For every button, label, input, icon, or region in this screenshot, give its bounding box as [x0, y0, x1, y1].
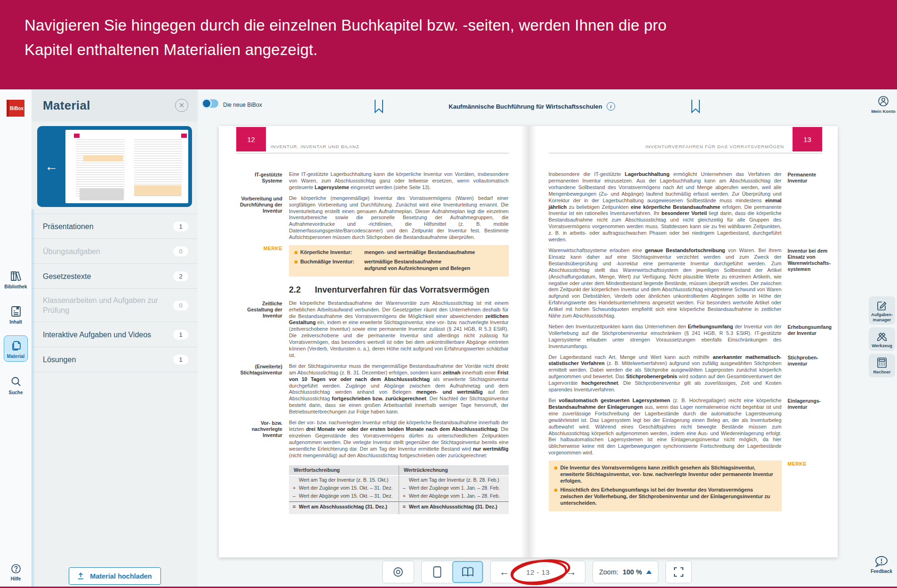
new-bibox-toggle[interactable]	[202, 99, 218, 108]
count-badge: 0	[173, 301, 188, 310]
arrow-left-icon[interactable]: ←	[45, 160, 58, 173]
speech-bubble-icon	[874, 555, 889, 568]
value-table-total: =Wert am Abschlussstichtag (31. Dez.)	[399, 501, 509, 511]
zoom-value: 100 %	[623, 568, 642, 576]
pencil-square-icon	[876, 299, 888, 311]
close-icon[interactable]: ✕	[175, 99, 188, 112]
bookmark-icon[interactable]	[691, 100, 700, 114]
bibox-logo: BiBox	[7, 100, 24, 117]
value-table-cell: +Wert der Zugänge vom 15. Okt. – 31. Dez…	[289, 484, 399, 492]
merke-row: MERKEKörperliche Inventur:mengen- und we…	[236, 245, 509, 277]
aufgabenmanager-button[interactable]: Aufgaben-manager	[869, 296, 895, 325]
paragraph-text: Die körperliche Bestandsaufnahme der War…	[289, 300, 509, 359]
paragraph-text: Die körperliche (mengenmäßige) Inventur …	[289, 195, 509, 241]
bookmark-icon[interactable]	[374, 100, 384, 114]
instruction-banner: Navigieren Sie hingegen durch die einzel…	[0, 0, 897, 89]
page-thumbnail-card[interactable]: ←	[37, 126, 192, 207]
merke-entry: Körperliche Inventur:mengen- und wertmäß…	[295, 249, 503, 256]
material-category-row[interactable]: Lösungen1	[32, 347, 198, 372]
sidebar-item-suche[interactable]: Suche	[0, 375, 32, 395]
double-page-icon	[461, 566, 474, 578]
paragraph-text: Der Lagerbestand nach Art, Menge und Wer…	[549, 354, 782, 393]
books-icon	[9, 270, 23, 283]
value-table-column: WertrückrechnungWert am Tag der Inventur…	[399, 465, 509, 514]
margin-label: Vor- bzw. nachverlegte Inventur	[236, 420, 282, 459]
book-spread: 12 INVENTUR, INVENTAR UND BILANZ IT-gest…	[219, 126, 838, 557]
value-table-cell: +Wert der Abgänge vom 1. Jan. – 28. Feb.	[399, 492, 509, 500]
rechner-button[interactable]: Rechner	[869, 354, 895, 377]
bullet-icon	[295, 261, 297, 263]
category-label: Gesetzestexte	[43, 271, 91, 281]
paragraph-row: Vorbereitung und Durchführung der Invent…	[236, 195, 509, 241]
previous-page-button[interactable]: ←	[491, 561, 518, 583]
paragraph-text: Bei der Stichtagsinventur muss die menge…	[289, 363, 509, 415]
margin-note: Erhebungsumfang der Inventur	[788, 324, 832, 350]
category-list: Präsentationen1Übungsaufgaben0Gesetzeste…	[32, 214, 198, 372]
single-page-button[interactable]	[422, 561, 452, 583]
margin-label: Zeitliche Gestaltung der Inventur	[236, 300, 282, 359]
category-label: Übungsaufgaben	[43, 246, 100, 256]
material-category-row[interactable]: Interaktive Aufgaben und Videos1	[32, 322, 198, 347]
sidebar-item-bibliothek[interactable]: Bibliothek	[0, 270, 32, 289]
value-table-header: Wertfortschreibung	[289, 465, 399, 477]
material-category-row[interactable]: Klassenarbeiten und Aufgaben zur Prüfung…	[32, 289, 198, 322]
category-label: Lösungen	[43, 355, 76, 365]
material-category-row[interactable]: Übungsaufgaben0	[32, 239, 198, 264]
sidebar-item-material[interactable]: Material	[4, 335, 28, 362]
paragraph-row: IT-gestützte SystemeEine IT-gestützte La…	[236, 171, 509, 191]
info-circle-icon[interactable]: i	[607, 102, 615, 111]
zoom-control[interactable]: Zoom: 100 %	[593, 561, 658, 583]
zoom-label: Zoom:	[599, 568, 618, 576]
material-category-row[interactable]: Präsentationen1	[32, 214, 198, 239]
page-left: 12 INVENTUR, INVENTAR UND BILANZ IT-gest…	[219, 126, 529, 557]
paragraph-text: Neben den Inventurzeitpunkten kann das U…	[549, 324, 782, 350]
page-right-header: INVENTURVERFAHREN FÜR DAS VORRATSVERMÖGE…	[549, 127, 823, 153]
pages-icon	[9, 339, 23, 352]
next-page-button[interactable]: →	[558, 561, 585, 583]
caret-up-icon	[646, 570, 652, 574]
margin-note: Permanente Inventur	[788, 171, 829, 243]
merke-row: Die Inventur des Vorratsvermögens kann z…	[549, 461, 829, 511]
paragraph-row: (Erweiterte) StichtagsinventurBei der St…	[236, 363, 509, 415]
tools-rail: Aufgaben-manager Werkzeug Rechner	[869, 296, 895, 377]
category-label: Klassenarbeiten und Aufgaben zur Prüfung	[43, 295, 160, 315]
upload-icon	[77, 572, 84, 580]
single-page-icon	[432, 566, 442, 578]
thumbnail-left-page	[67, 133, 128, 200]
value-table-total: =Wert am Abschlussstichtag (31. Dez.)	[289, 501, 399, 511]
arrow-left-icon: ←	[499, 567, 510, 577]
left-page-body: IT-gestützte SystemeEine IT-gestützte La…	[236, 171, 509, 514]
page-navigation: ← 12 - 13 →	[490, 561, 585, 583]
double-page-button[interactable]	[452, 561, 483, 583]
fullscreen-icon	[673, 566, 684, 578]
contents-icon	[9, 305, 23, 318]
margin-note: Stichproben­inventur	[788, 354, 829, 393]
fullscreen-button[interactable]	[665, 561, 692, 583]
material-category-row[interactable]: Gesetzestexte2	[32, 264, 198, 289]
value-table-cell: –Wert der Zugänge vom 1. Jan. – 28. Feb.	[399, 484, 509, 492]
value-table-cell: Wert am Tag der Inventur (z. B. 15. Okt.…	[289, 476, 399, 484]
material-panel-header: Material ✕	[32, 89, 198, 121]
value-table-column: WertfortschreibungWert am Tag der Invent…	[289, 465, 399, 514]
view-options-button[interactable]	[382, 561, 414, 583]
account-button[interactable]: Mein Konto	[870, 95, 897, 114]
help-button[interactable]: Hilfe	[0, 562, 32, 581]
toggle-label: Die neue BiBox	[223, 102, 262, 108]
tools-icon	[876, 330, 888, 342]
feedback-button[interactable]: Feedback	[866, 555, 897, 574]
count-badge: 2	[173, 271, 188, 281]
sidebar-item-inhalt[interactable]: Inhalt	[0, 305, 32, 325]
margin-note: Inventur bei dem Einsatz von Warenwirtsc…	[788, 247, 831, 319]
paragraph-text: Warenwirtschaftssysteme erlauben eine ge…	[549, 247, 782, 319]
werkzeug-button[interactable]: Werkzeug	[869, 327, 895, 351]
paragraph-row: Der Lagerbestand nach Art, Menge und Wer…	[549, 354, 829, 393]
upload-material-button[interactable]: Material hochladen	[69, 567, 161, 585]
thumbnail-right-page	[131, 133, 188, 200]
paragraph-row: Vor- bzw. nachverlegte InventurBei der v…	[236, 420, 509, 459]
value-table-cell: Wert am Tag der Inventur (z. B. 28. Feb.…	[399, 476, 509, 484]
margin-label: IT-gestützte Systeme	[236, 171, 282, 191]
left-nav-rail: BiBox Bibliothek Inhalt Ma	[0, 89, 32, 588]
page-range-indicator[interactable]: 12 - 13	[518, 561, 558, 583]
value-table-row: WertfortschreibungWert am Tag der Invent…	[236, 463, 509, 514]
section-heading-row: 2.2Inventurverfahren für das Vorratsverm…	[236, 281, 509, 296]
